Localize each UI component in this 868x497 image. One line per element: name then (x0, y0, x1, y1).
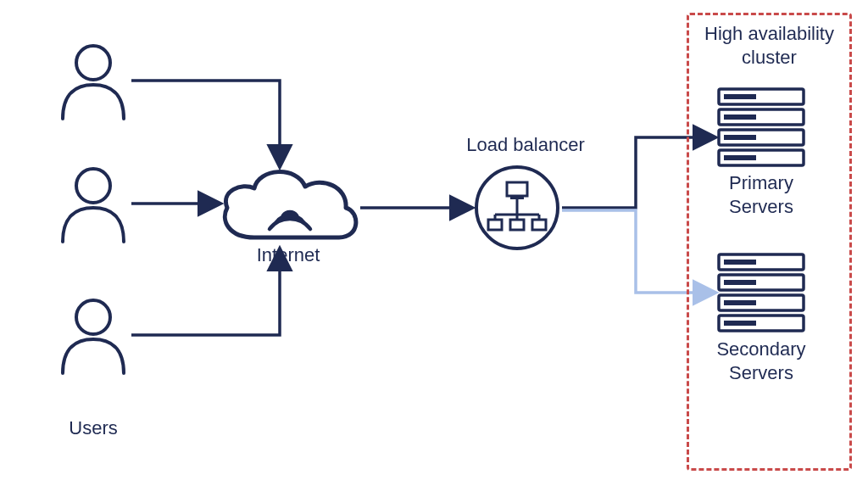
secondary-servers-label: Secondary Servers (710, 338, 812, 384)
svg-rect-14 (532, 220, 546, 230)
svg-point-2 (76, 300, 110, 334)
cluster-title-line1: High availability (704, 23, 834, 44)
secondary-line1: Secondary (716, 338, 805, 360)
internet-label: Internet (237, 244, 339, 266)
svg-point-1 (76, 169, 110, 203)
connector-user1-to-internet (131, 81, 280, 165)
load-balancer-label: Load balancer (453, 134, 598, 156)
svg-rect-5 (510, 196, 524, 199)
primary-line1: Primary (729, 172, 793, 193)
svg-point-3 (476, 167, 558, 248)
cloud-icon (225, 172, 356, 237)
svg-point-0 (76, 46, 110, 80)
primary-line2: Servers (729, 196, 793, 217)
user-icon-1 (63, 46, 124, 119)
secondary-line2: Servers (729, 362, 793, 383)
user-icon-3 (63, 300, 124, 373)
user-icon-2 (63, 169, 124, 242)
load-balancer-icon (476, 167, 558, 248)
primary-servers-label: Primary Servers (719, 171, 804, 218)
svg-rect-13 (510, 220, 524, 230)
ha-cluster-box (687, 13, 852, 471)
cluster-title: High availability cluster (691, 22, 848, 69)
svg-rect-4 (507, 182, 527, 196)
users-label: Users (55, 417, 131, 439)
cluster-title-line2: cluster (742, 47, 797, 68)
svg-rect-12 (488, 220, 502, 230)
